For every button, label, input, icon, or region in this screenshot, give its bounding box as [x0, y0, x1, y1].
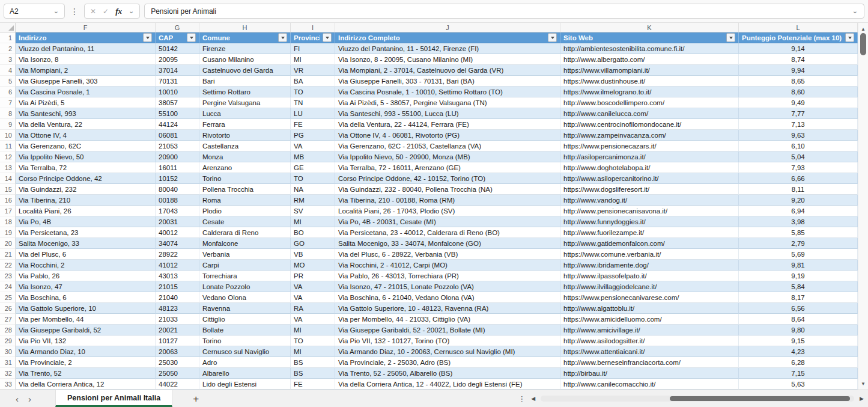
cell[interactable]: VA — [291, 141, 335, 151]
cell[interactable]: Via per Mombello, 44 - 21033, Cittiglio … — [335, 314, 560, 325]
cell[interactable]: http://www.gatidemonfalcon.com/ — [560, 238, 739, 249]
cell[interactable]: Via Gattolo Superiore, 10 — [16, 303, 156, 314]
cell[interactable]: http://www.vandog.it/ — [560, 195, 739, 206]
cell[interactable]: Via Provinciale, 2 - 25030, Adro (BS) — [335, 357, 560, 368]
cell[interactable]: RM — [291, 195, 335, 206]
cell[interactable]: Via della Ventura, 22 - 44124, Ferrara (… — [335, 119, 560, 130]
row-number[interactable]: 17 — [0, 206, 16, 216]
filter-dropdown-button[interactable] — [143, 33, 152, 42]
cell[interactable]: 9,63 — [739, 130, 858, 141]
row-number[interactable]: 12 — [0, 151, 16, 162]
cell[interactable]: Via Ottone IV, 4 — [16, 130, 156, 141]
cell[interactable]: Settimo Rottaro — [199, 87, 291, 97]
cell[interactable]: Ravenna — [199, 303, 291, 314]
cell[interactable]: Via Terralba, 72 — [16, 162, 156, 173]
cell[interactable]: BO — [291, 227, 335, 238]
cell[interactable]: Viuzzo del Pantanino, 11 - 50142, Firenz… — [335, 43, 560, 54]
cell[interactable]: Via Isonzo, 8 - 20095, Cusano Milanino (… — [335, 54, 560, 65]
cell[interactable]: Pergine Valsugana — [199, 97, 291, 108]
column-letter-K[interactable]: K — [560, 23, 739, 32]
cell[interactable]: http://www.ibridamente.dog/ — [560, 260, 739, 271]
cell[interactable]: TO — [291, 173, 335, 184]
cell[interactable]: 20021 — [156, 325, 199, 335]
formula-input[interactable]: Pensioni per Animali ⌄ — [144, 4, 864, 19]
row-number[interactable]: 7 — [0, 97, 16, 108]
cell[interactable]: Via Ippolito Nievo, 50 - 20900, Monza (M… — [335, 151, 560, 162]
cell[interactable]: 6,56 — [739, 303, 858, 314]
cell[interactable]: Via Giuseppe Garibaldi, 52 — [16, 325, 156, 335]
cell[interactable]: Calderara di Reno — [199, 227, 291, 238]
cell[interactable]: Ferrara — [199, 119, 291, 130]
row-number[interactable]: 28 — [0, 325, 16, 335]
cell[interactable]: Via Santeschi, 993 — [16, 108, 156, 119]
cell[interactable]: Cusano Milanino — [199, 54, 291, 65]
cell[interactable]: 21033 — [156, 314, 199, 325]
expand-formula-bar-icon[interactable]: ⌄ — [852, 8, 858, 14]
cell[interactable]: 40012 — [156, 227, 199, 238]
cell[interactable]: 70131 — [156, 76, 199, 87]
cell[interactable]: 6,10 — [739, 141, 858, 151]
cell[interactable]: BA — [291, 76, 335, 87]
cell[interactable]: http://www.doghotelabopa.it/ — [560, 162, 739, 173]
cell[interactable]: 17043 — [156, 206, 199, 216]
row-number[interactable]: 24 — [0, 281, 16, 292]
chevron-down-icon[interactable]: ⌄ — [129, 8, 134, 14]
scroll-left-icon[interactable]: ◀ — [531, 396, 535, 402]
cell[interactable]: Via Mompiani, 2 — [16, 65, 156, 76]
cell[interactable]: TO — [291, 87, 335, 97]
cell[interactable]: https://www.dogsliferesort.it/ — [560, 184, 739, 195]
cell[interactable]: Via Guindazzi, 232 - 80040, Pollena Troc… — [335, 184, 560, 195]
sheet-next-icon[interactable]: › — [23, 394, 36, 403]
scroll-down-icon[interactable]: ▼ — [858, 381, 868, 387]
cell[interactable]: FE — [291, 119, 335, 130]
cell[interactable]: Castelnuovo del Garda — [199, 65, 291, 76]
cell[interactable]: 55100 — [156, 108, 199, 119]
row-number[interactable]: 32 — [0, 368, 16, 379]
cell[interactable]: Via Ai Pizèdi, 5 — [16, 97, 156, 108]
cell[interactable]: Via Isonzo, 8 — [16, 54, 156, 65]
cell[interactable]: Via Trento, 52 - 25050, Albarello (BS) — [335, 368, 560, 379]
cell[interactable]: Via Po, 4B — [16, 216, 156, 227]
cell[interactable]: Via Isonzo, 47 - 21015, Lonate Pozzolo (… — [335, 281, 560, 292]
column-letter-F[interactable]: F — [16, 23, 156, 32]
filter-dropdown-button[interactable] — [278, 33, 287, 42]
cell[interactable]: Via Rocchini, 2 - 41012, Carpi (MO) — [335, 260, 560, 271]
cell[interactable]: Via Giuseppe Fanelli, 303 — [16, 76, 156, 87]
cell[interactable]: Via Persicetana, 23 — [16, 227, 156, 238]
row-number[interactable]: 11 — [0, 141, 16, 151]
cell[interactable]: 5,69 — [739, 249, 858, 260]
cell[interactable]: Salita Mocenigo, 33 — [16, 238, 156, 249]
cell[interactable]: Via Cascina Posnale, 1 — [16, 87, 156, 97]
cell[interactable]: http://www.ilvillaggiodelcane.it/ — [560, 281, 739, 292]
cell[interactable]: Viuzzo del Pantanino, 11 — [16, 43, 156, 54]
cell[interactable]: Corso Principe Oddone, 42 — [16, 173, 156, 184]
cell[interactable]: Lido degli Estensi — [199, 379, 291, 390]
cell[interactable]: https://www.ilmelograno.to.it/ — [560, 87, 739, 97]
cell[interactable]: 80040 — [156, 184, 199, 195]
cell[interactable]: VA — [291, 314, 335, 325]
cell[interactable]: Roma — [199, 195, 291, 206]
cell[interactable]: http://www.berneseinfranciacorta.com/ — [560, 357, 739, 368]
cell[interactable]: GO — [291, 238, 335, 249]
cell[interactable]: LU — [291, 108, 335, 119]
cell[interactable]: 10010 — [156, 87, 199, 97]
cell[interactable]: Arenzano — [199, 162, 291, 173]
formula-bar-kebab-icon[interactable]: ⋮ — [69, 7, 80, 16]
row-number[interactable]: 23 — [0, 271, 16, 281]
cell[interactable]: https://www.comune.verbania.it/ — [560, 249, 739, 260]
cell[interactable]: Via Gattolo Superiore, 10 - 48123, Raven… — [335, 303, 560, 314]
cell[interactable]: Pollena Trocchia — [199, 184, 291, 195]
cell[interactable]: 6,28 — [739, 357, 858, 368]
cell[interactable]: Via Giuseppe Garibaldi, 52 - 20021, Boll… — [335, 325, 560, 335]
cell[interactable]: MI — [291, 216, 335, 227]
row-number[interactable]: 19 — [0, 227, 16, 238]
cell[interactable]: 8,11 — [739, 184, 858, 195]
cell[interactable]: VA — [291, 292, 335, 303]
cell[interactable]: Via Armando Diaz, 10 - 20063, Cernusco s… — [335, 346, 560, 357]
filter-dropdown-button[interactable] — [845, 33, 854, 42]
cell[interactable]: MI — [291, 346, 335, 357]
cell[interactable]: Via Provinciale, 2 — [16, 357, 156, 368]
cell[interactable]: Verbania — [199, 249, 291, 260]
cell[interactable]: 48123 — [156, 303, 199, 314]
column-letter-J[interactable]: J — [335, 23, 560, 32]
